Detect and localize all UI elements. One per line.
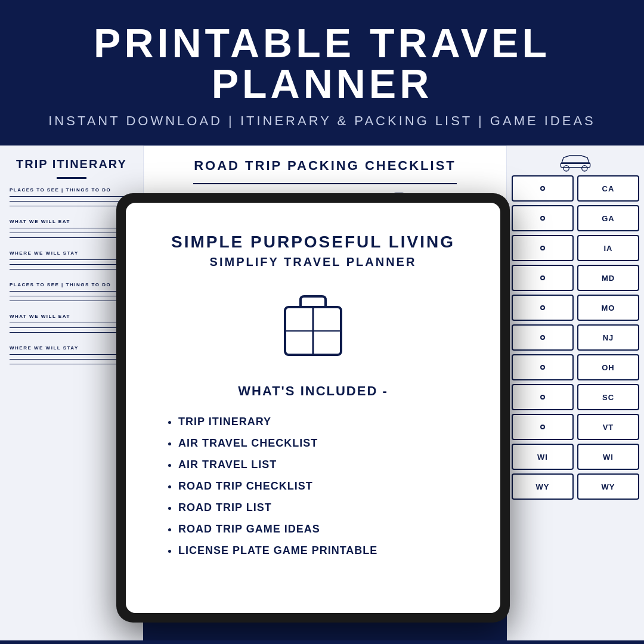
- line-2b: [10, 233, 134, 233]
- plate-WY-left: WY: [512, 473, 574, 500]
- plate-dot-6: [512, 324, 574, 351]
- plate-VT: VT: [577, 414, 639, 440]
- line-6c: [10, 364, 134, 364]
- line-4a: [10, 291, 134, 292]
- plate-GA: GA: [577, 205, 639, 231]
- page-title: PRINTABLE TRAVEL PLANNER: [24, 23, 620, 104]
- plate-MO: MO: [577, 295, 639, 321]
- tablet-item-air-travel-list: AIR TRAVEL LIST: [178, 454, 465, 475]
- tablet-item-license-plate: LICENSE PLATE GAME PRINTABLE: [178, 540, 465, 561]
- itinerary-title: TRIP ITINERARY: [10, 157, 134, 171]
- tablet-item-road-trip-list: ROAD TRIP LIST: [178, 497, 465, 518]
- line-3a: [10, 259, 134, 260]
- plate-dot-r: [512, 175, 574, 202]
- section-label-4: PLACES TO SEE | THINGS TO DO: [10, 282, 134, 287]
- tablet-screen: SIMPLE PURPOSEFUL LIVING SIMPLIFY TRAVEL…: [126, 203, 500, 613]
- checklist-divider: [193, 183, 457, 184]
- license-plate-panel: CA GA IA MD MO NJ OH SC VT: [507, 145, 644, 640]
- section-label-6: WHERE WE WILL STAY: [10, 345, 134, 351]
- line-6a: [10, 354, 134, 355]
- section-label-2: WHAT WE WILL EAT: [10, 219, 134, 224]
- section-label-1: PLACES TO SEE | THINGS TO DO: [10, 187, 134, 193]
- tablet-item-trip-itinerary: TRIP ITINERARY: [178, 411, 465, 432]
- tablet-included-title: WHAT'S INCLUDED -: [238, 383, 388, 399]
- line-6b: [10, 359, 134, 360]
- line-3b: [10, 264, 134, 265]
- right-car-icon: [512, 151, 639, 172]
- tablet-device: SIMPLE PURPOSEFUL LIVING SIMPLIFY TRAVEL…: [116, 193, 510, 623]
- plate-WI-left: WI: [512, 444, 574, 470]
- tablet-item-road-trip-game-ideas: ROAD TRIP GAME IDEAS: [178, 518, 465, 540]
- plate-SC: SC: [577, 384, 639, 410]
- svg-point-8: [582, 166, 587, 171]
- plate-NJ: NJ: [577, 324, 639, 351]
- line-4b: [10, 296, 134, 296]
- line-3c: [10, 269, 134, 270]
- plate-IA: IA: [577, 235, 639, 261]
- itinerary-divider: [57, 177, 86, 179]
- tablet-suitcase-icon: [280, 290, 346, 364]
- line-5c: [10, 332, 134, 333]
- plates-grid: CA GA IA MD MO NJ OH SC VT: [512, 175, 639, 500]
- line-4c: [10, 301, 134, 301]
- line-2c: [10, 237, 134, 238]
- checklist-title: ROAD TRIP PACKING CHECKLIST: [160, 158, 490, 174]
- tablet-brand: SIMPLE PURPOSEFUL LIVING: [171, 233, 455, 252]
- plate-WY: WY: [577, 473, 639, 500]
- plate-dot-4: [512, 265, 574, 291]
- plate-dot-7: [512, 354, 574, 380]
- plate-WI: WI: [577, 444, 639, 470]
- plate-dot-2: [512, 205, 574, 231]
- tablet-item-air-travel-checklist: AIR TRAVEL CHECKLIST: [178, 432, 465, 454]
- plate-dot-9: [512, 414, 574, 440]
- svg-point-7: [564, 166, 569, 171]
- content-area: TRIP ITINERARY PLACES TO SEE | THINGS TO…: [0, 145, 644, 640]
- line-5b: [10, 327, 134, 328]
- plate-dot-8: [512, 384, 574, 410]
- line-2a: [10, 228, 134, 228]
- line-1a: [10, 196, 134, 197]
- plate-OH: OH: [577, 354, 639, 380]
- section-label-5: WHAT WE WILL EAT: [10, 314, 134, 319]
- tablet-item-road-trip-checklist: ROAD TRIP CHECKLIST: [178, 475, 465, 497]
- header: PRINTABLE TRAVEL PLANNER INSTANT DOWNLOA…: [0, 0, 644, 145]
- tablet-included-list: TRIP ITINERARY AIR TRAVEL CHECKLIST AIR …: [162, 411, 465, 561]
- page-subtitle: INSTANT DOWNLOAD | ITINERARY & PACKING L…: [24, 113, 620, 129]
- plate-dot-5: [512, 295, 574, 321]
- plate-dot-3: [512, 235, 574, 261]
- line-1c: [10, 206, 134, 206]
- plate-MD: MD: [577, 265, 639, 291]
- tablet-product: SIMPLIFY TRAVEL PLANNER: [210, 255, 417, 269]
- section-label-3: WHERE WE WILL STAY: [10, 250, 134, 256]
- line-5a: [10, 323, 134, 323]
- line-1b: [10, 201, 134, 202]
- plate-CA: CA: [577, 175, 639, 202]
